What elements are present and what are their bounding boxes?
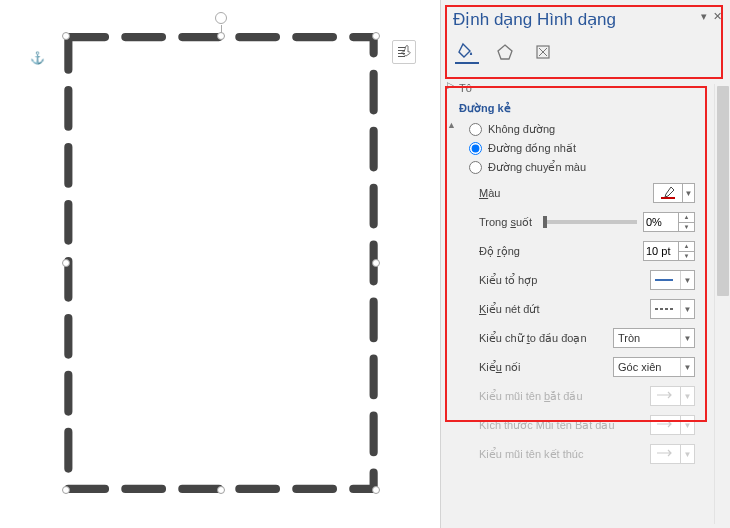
radio-gradient-line[interactable]: Đường chuyển màu bbox=[469, 161, 703, 174]
section-fill[interactable]: Tô bbox=[459, 78, 703, 98]
dropdown-icon[interactable]: ▼ bbox=[680, 358, 694, 376]
prop-label: Kiểu chữ to đầu đoạn bbox=[479, 332, 587, 345]
dash-type-combo[interactable]: ▼ bbox=[650, 299, 695, 319]
anchor-icon: ⚓ bbox=[30, 51, 45, 65]
color-picker-button[interactable]: ▼ bbox=[653, 183, 695, 203]
spin-up-icon[interactable]: ▲ bbox=[679, 213, 694, 223]
prop-width: Độ rộng ▲▼ bbox=[479, 240, 695, 262]
radio-input[interactable] bbox=[469, 142, 482, 155]
transparency-field[interactable] bbox=[644, 213, 678, 231]
compound-type-combo[interactable]: ▼ bbox=[650, 270, 695, 290]
prop-join: Kiểu nối Góc xiên ▼ bbox=[479, 356, 695, 378]
panel-close-icon[interactable]: ✕ bbox=[713, 10, 722, 23]
prop-label: Kích thước Mũi tên Bắt đầu bbox=[479, 419, 615, 432]
rotate-handle[interactable] bbox=[215, 12, 227, 24]
arrow-end-combo: ▼ bbox=[650, 444, 695, 464]
resize-handle[interactable] bbox=[217, 32, 225, 40]
dropdown-icon: ▼ bbox=[680, 416, 694, 434]
prop-label: Kiểu mũi tên kết thúc bbox=[479, 448, 584, 461]
combo-value: Tròn bbox=[614, 332, 680, 344]
join-type-combo[interactable]: Góc xiên ▼ bbox=[613, 357, 695, 377]
combo-value: Góc xiên bbox=[614, 361, 680, 373]
width-input[interactable]: ▲▼ bbox=[643, 241, 695, 261]
dropdown-icon: ▼ bbox=[680, 387, 694, 405]
radio-input[interactable] bbox=[469, 161, 482, 174]
transparency-input[interactable]: ▲▼ bbox=[643, 212, 695, 232]
resize-handle[interactable] bbox=[372, 32, 380, 40]
layout-options-icon[interactable] bbox=[392, 40, 416, 64]
selected-shape[interactable] bbox=[62, 32, 380, 494]
radio-solid-line[interactable]: Đường đồng nhất bbox=[469, 142, 703, 155]
prop-cap: Kiểu chữ to đầu đoạn Tròn ▼ bbox=[479, 327, 695, 349]
prop-transparency: Trong suốt ▲▼ bbox=[479, 211, 695, 233]
prop-label: Kiểu nối bbox=[479, 361, 521, 374]
dropdown-icon[interactable]: ▼ bbox=[680, 329, 694, 347]
panel-title: Định dạng Hình dạng bbox=[453, 9, 718, 30]
dropdown-icon[interactable]: ▼ bbox=[680, 300, 694, 318]
dropdown-icon[interactable]: ▼ bbox=[680, 271, 694, 289]
prop-label: Kiểu tổ hợp bbox=[479, 274, 537, 287]
tab-size[interactable] bbox=[531, 40, 555, 64]
prop-label: Kiểu nét đứt bbox=[479, 303, 539, 316]
resize-handle[interactable] bbox=[372, 259, 380, 267]
transparency-slider[interactable] bbox=[545, 220, 637, 224]
svg-marker-1 bbox=[498, 45, 512, 59]
radio-label: Đường chuyển màu bbox=[488, 161, 586, 174]
radio-label: Đường đồng nhất bbox=[488, 142, 576, 155]
panel-menu-icon[interactable]: ▾ bbox=[701, 10, 707, 23]
radio-label: Không đường bbox=[488, 123, 555, 136]
radio-no-line[interactable]: Không đường bbox=[469, 123, 703, 136]
resize-handle[interactable] bbox=[62, 32, 70, 40]
dropdown-icon: ▼ bbox=[680, 445, 694, 463]
prop-label: Kiểu mũi tên bắt đầu bbox=[479, 390, 583, 403]
arrow-begin-size-combo: ▼ bbox=[650, 415, 695, 435]
prop-arrow-begin-size: Kích thước Mũi tên Bắt đầu ▼ bbox=[479, 414, 695, 436]
resize-handle[interactable] bbox=[62, 486, 70, 494]
prop-label: Trong suốt bbox=[479, 216, 532, 229]
arrow-begin-combo: ▼ bbox=[650, 386, 695, 406]
section-line[interactable]: Đường kẻ bbox=[459, 98, 703, 119]
tab-effects[interactable] bbox=[493, 40, 517, 64]
width-field[interactable] bbox=[644, 242, 678, 260]
resize-handle[interactable] bbox=[372, 486, 380, 494]
spin-down-icon[interactable]: ▼ bbox=[679, 252, 694, 261]
prop-compound: Kiểu tổ hợp ▼ bbox=[479, 269, 695, 291]
prop-arrow-begin: Kiểu mũi tên bắt đầu ▼ bbox=[479, 385, 695, 407]
prop-dash: Kiểu nét đứt ▼ bbox=[479, 298, 695, 320]
format-shape-panel: Định dạng Hình dạng ▾ ✕ ▷ Tô ▲ Đường kẻ … bbox=[440, 0, 730, 528]
prop-arrow-end: Kiểu mũi tên kết thúc ▼ bbox=[479, 443, 695, 465]
radio-input[interactable] bbox=[469, 123, 482, 136]
tab-fill-line[interactable] bbox=[455, 40, 479, 64]
scrollbar[interactable] bbox=[714, 84, 730, 524]
prop-color: Màu ▼ bbox=[479, 182, 695, 204]
line-type-group: Không đường Đường đồng nhất Đường chuyển… bbox=[459, 119, 703, 180]
cap-type-combo[interactable]: Tròn ▼ bbox=[613, 328, 695, 348]
spin-up-icon[interactable]: ▲ bbox=[679, 242, 694, 252]
scrollbar-thumb[interactable] bbox=[717, 86, 729, 296]
prop-label: àu bbox=[488, 187, 500, 199]
document-canvas: ⚓ bbox=[0, 0, 430, 528]
chevron-right-icon[interactable]: ▷ bbox=[447, 80, 454, 90]
rectangle-shape[interactable] bbox=[62, 32, 380, 494]
chevron-down-icon[interactable]: ▲ bbox=[447, 120, 456, 130]
resize-handle[interactable] bbox=[62, 259, 70, 267]
dropdown-icon[interactable]: ▼ bbox=[682, 184, 694, 202]
svg-rect-0 bbox=[68, 37, 373, 489]
svg-rect-3 bbox=[661, 197, 675, 199]
prop-label: Độ rộng bbox=[479, 245, 520, 258]
resize-handle[interactable] bbox=[217, 486, 225, 494]
spin-down-icon[interactable]: ▼ bbox=[679, 223, 694, 232]
